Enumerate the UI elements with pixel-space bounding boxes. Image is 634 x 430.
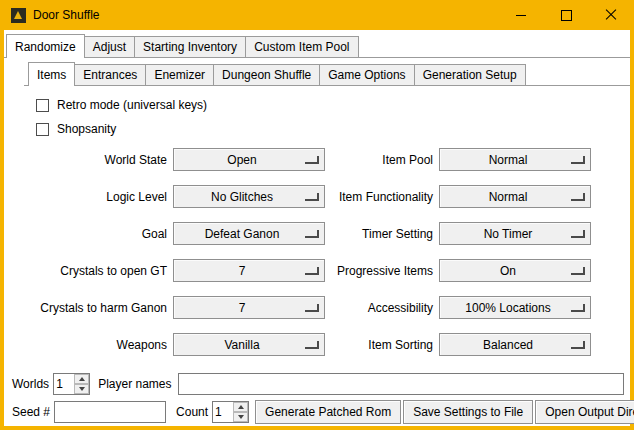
bottom-controls: Worlds Player names Seed # Count	[4, 368, 630, 430]
item-functionality-dropdown[interactable]: Normal	[439, 185, 591, 208]
dropdown-indicator-icon	[571, 267, 585, 275]
item-sorting-dropdown[interactable]: Balanced	[439, 333, 591, 356]
accessibility-label: Accessibility	[331, 301, 433, 315]
accessibility-value: 100% Locations	[465, 301, 550, 315]
count-spin-arrows	[233, 402, 248, 422]
crystals-ganon-value: 7	[239, 301, 246, 315]
worlds-spin-up[interactable]	[74, 374, 89, 384]
progressive-items-value: On	[500, 264, 516, 278]
item-pool-value: Normal	[489, 153, 528, 167]
progressive-items-dropdown[interactable]: On	[439, 259, 591, 282]
weapons-value: Vanilla	[224, 338, 259, 352]
options-grid: World State Open Item Pool Normal Logic …	[32, 148, 630, 356]
retro-mode-label: Retro mode (universal keys)	[57, 98, 207, 112]
crystals-ganon-label: Crystals to harm Ganon	[32, 301, 167, 315]
spin-down-icon	[79, 387, 85, 391]
shopsanity-label: Shopsanity	[57, 122, 116, 136]
crystals-gt-dropdown[interactable]: 7	[173, 259, 325, 282]
tab-starting-inventory[interactable]: Starting Inventory	[134, 36, 246, 57]
titlebar: Door Shuffle	[4, 0, 630, 30]
count-spin-up[interactable]	[233, 402, 248, 412]
close-button[interactable]	[592, 0, 630, 30]
seed-input[interactable]	[54, 401, 166, 423]
crystals-gt-label: Crystals to open GT	[32, 264, 167, 278]
tab-randomize[interactable]: Randomize	[6, 34, 85, 58]
item-functionality-label: Item Functionality	[331, 190, 433, 204]
items-pane: Retro mode (universal keys) Shopsanity W…	[24, 85, 630, 368]
goal-value: Defeat Ganon	[205, 227, 280, 241]
worlds-label: Worlds	[12, 377, 49, 391]
app-window: Door Shuffle Randomize Adjust Starting I…	[0, 0, 634, 430]
dropdown-indicator-icon	[305, 193, 319, 201]
progressive-items-label: Progressive Items	[331, 264, 433, 278]
client-area: Randomize Adjust Starting Inventory Cust…	[4, 30, 630, 426]
sub-tab-bar: Items Entrances Enemizer Dungeon Shuffle…	[24, 58, 630, 85]
tab-custom-item-pool[interactable]: Custom Item Pool	[245, 36, 358, 57]
item-functionality-value: Normal	[489, 190, 528, 204]
retro-mode-row: Retro mode (universal keys)	[36, 98, 630, 112]
worlds-input[interactable]	[54, 374, 74, 394]
minimize-button[interactable]	[502, 0, 540, 30]
weapons-label: Weapons	[32, 338, 167, 352]
worlds-row: Worlds Player names	[12, 373, 624, 395]
open-output-directory-button[interactable]: Open Output Directory	[535, 400, 634, 424]
timer-setting-value: No Timer	[484, 227, 533, 241]
main-tab-bar: Randomize Adjust Starting Inventory Cust…	[4, 30, 630, 57]
worlds-spin-down[interactable]	[74, 384, 89, 394]
maximize-button[interactable]	[547, 0, 585, 30]
goal-label: Goal	[32, 227, 167, 241]
dropdown-indicator-icon	[305, 341, 319, 349]
logic-level-dropdown[interactable]: No Glitches	[173, 185, 325, 208]
tab-game-options[interactable]: Game Options	[319, 64, 414, 85]
tab-entrances[interactable]: Entrances	[74, 64, 146, 85]
item-pool-label: Item Pool	[331, 153, 433, 167]
shopsanity-checkbox[interactable]	[36, 123, 49, 136]
randomize-pane: Items Entrances Enemizer Dungeon Shuffle…	[4, 57, 630, 368]
tab-items[interactable]: Items	[28, 62, 75, 86]
tab-adjust[interactable]: Adjust	[84, 36, 135, 57]
dropdown-indicator-icon	[305, 230, 319, 238]
logic-level-label: Logic Level	[32, 190, 167, 204]
close-icon	[605, 9, 617, 21]
world-state-value: Open	[227, 153, 256, 167]
window-title: Door Shuffle	[33, 8, 100, 22]
shopsanity-row: Shopsanity	[36, 122, 630, 136]
weapons-dropdown[interactable]: Vanilla	[173, 333, 325, 356]
item-sorting-value: Balanced	[483, 338, 533, 352]
count-label: Count	[176, 405, 208, 419]
seed-label: Seed #	[12, 405, 50, 419]
count-input[interactable]	[213, 402, 233, 422]
save-settings-button[interactable]: Save Settings to File	[403, 400, 533, 424]
world-state-dropdown[interactable]: Open	[173, 148, 325, 171]
item-pool-dropdown[interactable]: Normal	[439, 148, 591, 171]
retro-mode-checkbox[interactable]	[36, 99, 49, 112]
count-spin-down[interactable]	[233, 412, 248, 422]
timer-setting-label: Timer Setting	[331, 227, 433, 241]
dropdown-indicator-icon	[305, 304, 319, 312]
logic-level-value: No Glitches	[211, 190, 273, 204]
dropdown-indicator-icon	[305, 267, 319, 275]
spin-up-icon	[79, 377, 85, 381]
accessibility-dropdown[interactable]: 100% Locations	[439, 296, 591, 319]
tab-dungeon-shuffle[interactable]: Dungeon Shuffle	[213, 64, 320, 85]
item-sorting-label: Item Sorting	[331, 338, 433, 352]
crystals-ganon-dropdown[interactable]: 7	[173, 296, 325, 319]
player-names-input[interactable]	[178, 373, 625, 395]
goal-dropdown[interactable]: Defeat Ganon	[173, 222, 325, 245]
crystals-gt-value: 7	[239, 264, 246, 278]
tab-enemizer[interactable]: Enemizer	[145, 64, 214, 85]
tab-generation-setup[interactable]: Generation Setup	[414, 64, 526, 85]
generate-patched-rom-button[interactable]: Generate Patched Rom	[255, 400, 401, 424]
dropdown-indicator-icon	[571, 193, 585, 201]
spin-up-icon	[238, 405, 244, 409]
dropdown-indicator-icon	[571, 230, 585, 238]
dropdown-indicator-icon	[305, 156, 319, 164]
app-icon[interactable]	[11, 8, 26, 23]
timer-setting-dropdown[interactable]: No Timer	[439, 222, 591, 245]
world-state-label: World State	[32, 153, 167, 167]
player-names-label: Player names	[98, 377, 171, 391]
dropdown-indicator-icon	[571, 341, 585, 349]
minimize-icon	[516, 15, 526, 16]
dropdown-indicator-icon	[571, 156, 585, 164]
worlds-spin-arrows	[74, 374, 89, 394]
